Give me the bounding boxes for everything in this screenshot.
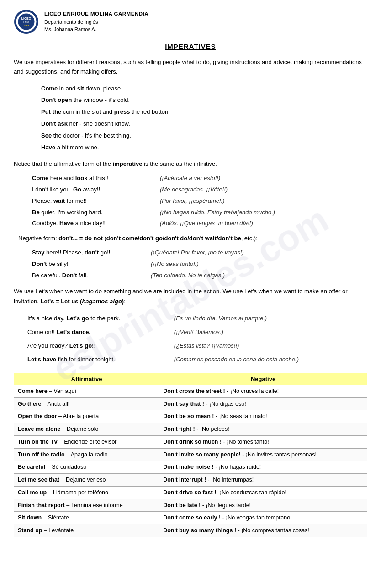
table-row-neg-1: Don't say that ! - ¡No digas eso!: [159, 397, 367, 410]
table-row-aff-8: Call me up – Llámame por teléfono: [14, 486, 159, 499]
table-row-neg-5: Don't invite so many people! - ¡No invit…: [159, 448, 367, 461]
table-row-neg-10: Don't come so early ! - ¡No vengas tan t…: [159, 512, 367, 524]
table-row-neg-0: Don't cross the street ! - ¡No cruces la…: [159, 385, 367, 397]
dept-name: Departamento de Inglés: [44, 18, 148, 26]
lets-intro-text: We use Let's when we want to do somethin…: [14, 286, 367, 307]
teacher-name: Ms. Johanna Ramos A.: [44, 26, 148, 33]
header: LICEO E.M.G. ★★★ LICEO ENRIQUE MOLINA GA…: [14, 9, 367, 34]
example-5: See the doctor - it's the best thing.: [41, 131, 367, 141]
lets-examples: It's a nice day. Let's go to the park. (…: [27, 313, 367, 365]
page-title: IMPERATIVES: [14, 42, 367, 50]
table-row-neg-3: Don't fight ! - ¡No pelees!: [159, 423, 367, 436]
table-row-aff-5: Turn off the radio – Apaga la radio: [14, 448, 159, 461]
negative-form-text: Negative form: don't... = do not (don't …: [18, 234, 367, 244]
table-row-aff-2: Open the door – Abre la puerta: [14, 410, 159, 423]
lets-row-1: It's a nice day. Let's go to the park. (…: [27, 313, 367, 323]
negative-examples: Stay here!! Please, don't go!! (¡Quédate…: [32, 248, 367, 280]
aff-row-3: Please, wait for me!! (Por favor, ¡¡espé…: [32, 196, 367, 206]
example-4: Don't ask her - she doesn't know.: [41, 119, 367, 129]
school-logo: LICEO E.M.G. ★★★: [14, 9, 39, 34]
table-row-aff-3: Leave me alone – Dejame solo: [14, 423, 159, 436]
table-row-aff-11: Stand up – Levántate: [14, 524, 159, 537]
table-row-aff-10: Sit down – Siéntate: [14, 512, 159, 524]
imperatives-table: Affirmative Negative Come here – Ven aqu…: [14, 373, 367, 537]
table-row-aff-6: Be careful – Sé cuidadoso: [14, 461, 159, 474]
table-row-neg-2: Don't be so mean ! - ¡No seas tan malo!: [159, 410, 367, 423]
lets-row-2: Come on!! Let's dance. (¡¡Ven!! Bailemos…: [27, 327, 367, 337]
header-text: LICEO ENRIQUE MOLINA GARMENDIA Departame…: [44, 10, 148, 33]
lets-row-3: Are you ready? Let's go!! (¿Estás lista?…: [27, 341, 367, 351]
lets-row-4: Let's have fish for dinner tonight. (Com…: [27, 355, 367, 365]
neg-row-3: Be careful. Don't fall. (Ten cuidado. No…: [32, 271, 367, 281]
examples-block-1: Come in and sit down, please. Don't open…: [41, 84, 367, 153]
svg-text:LICEO: LICEO: [21, 17, 32, 20]
table-row-neg-9: Don't be late ! - ¡No llegues tarde!: [159, 499, 367, 512]
intro-text: We use imperatives for different reasons…: [14, 58, 367, 77]
table-row-aff-0: Come here – Ven aquí: [14, 385, 159, 397]
svg-text:★★★: ★★★: [24, 24, 30, 27]
table-row-neg-11: Don't buy so many things ! - ¡No compres…: [159, 524, 367, 537]
table-row-aff-7: Let me see that – Dejame ver eso: [14, 474, 159, 487]
table-header-affirmative: Affirmative: [14, 373, 159, 385]
example-3: Put the coin in the slot and press the r…: [41, 107, 367, 117]
table-row-aff-4: Turn on the TV – Enciende el televisor: [14, 435, 159, 448]
table-row-aff-1: Go there – Anda allí: [14, 397, 159, 410]
table-row-neg-6: Don't make noise ! - ¡No hagas ruido!: [159, 461, 367, 474]
example-6: Have a bit more wine.: [41, 143, 367, 153]
aff-row-4: Be quiet. I'm working hard. (¡No hagas r…: [32, 208, 367, 217]
example-2: Don't open the window - it's cold.: [41, 95, 367, 105]
table-row-neg-4: Don't drink so much ! - ¡No tomes tanto!: [159, 435, 367, 448]
notice-text: Notice that the affirmative form of the …: [14, 159, 367, 169]
aff-row-2: I don't like you. Go away!! (Me desagrad…: [32, 185, 367, 195]
table-row-neg-8: Don't drive so fast ! -¡No conduzcas tan…: [159, 486, 367, 499]
table-header-negative: Negative: [159, 373, 367, 385]
example-1: Come in and sit down, please.: [41, 84, 367, 94]
aff-row-1: Come here and look at this!! (¡Acércate …: [32, 174, 367, 183]
neg-row-1: Stay here!! Please, don't go!! (¡Quédate…: [32, 248, 367, 258]
affirmative-examples: Come here and look at this!! (¡Acércate …: [32, 174, 367, 228]
svg-text:E.M.G.: E.M.G.: [23, 21, 30, 24]
title-section: IMPERATIVES: [14, 42, 367, 50]
aff-row-5: Goodbye. Have a nice day!! (Adiós. ¡¡Que…: [32, 219, 367, 228]
school-name: LICEO ENRIQUE MOLINA GARMENDIA: [44, 10, 148, 18]
table-row-aff-9: Finish that report – Termina ese informe: [14, 499, 159, 512]
table-row-neg-7: Don't interrupt ! - ¡No interrumpas!: [159, 474, 367, 487]
neg-row-2: Don't be silly! (¡¡No seas tonto!!): [32, 260, 367, 269]
